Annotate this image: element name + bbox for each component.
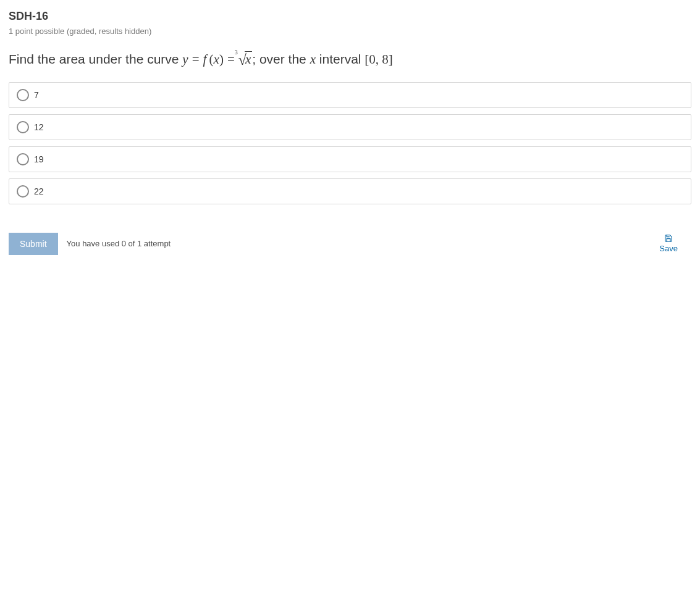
save-button[interactable]: Save [659,234,691,253]
option-label: 19 [34,154,44,164]
option-1[interactable]: 12 [9,114,691,140]
save-icon [664,234,673,243]
options-list: 7 12 19 22 [9,82,691,204]
math-lparen: ( [209,52,214,67]
math-interval: [0, 8] [365,52,393,67]
option-label: 22 [34,186,44,196]
option-3[interactable]: 22 [9,178,691,204]
option-label: 7 [34,90,39,100]
question-lead: Find the area under the curve [9,52,182,66]
problem-title: SDH-16 [9,10,691,23]
problem-subtitle: 1 point possible (graded, results hidden… [9,27,691,36]
radio-icon [17,153,29,165]
math-eq1: = [188,52,203,67]
option-2[interactable]: 19 [9,146,691,172]
math-f: f [203,52,207,67]
option-label: 12 [34,122,44,132]
math-x1: x [214,52,219,67]
radicand: x [245,51,252,67]
attempts-text: You have used 0 of 1 attempt [67,239,171,248]
question-interval-lead: interval [316,52,365,66]
footer: Submit You have used 0 of 1 attempt Save [9,233,691,255]
math-cuberoot: 3√x [238,50,253,70]
question-after-root: ; over the [252,52,310,66]
save-label: Save [659,244,678,253]
math-x2: x [310,52,316,67]
radio-icon [17,89,29,101]
radio-icon [17,185,29,198]
math-rparen: ) [219,52,224,67]
option-0[interactable]: 7 [9,82,691,108]
submit-button[interactable]: Submit [9,233,58,255]
question-text: Find the area under the curve y=f (x)=3√… [9,49,691,70]
radio-icon [17,121,29,133]
root-index: 3 [235,48,238,57]
math-y: y [182,52,188,67]
